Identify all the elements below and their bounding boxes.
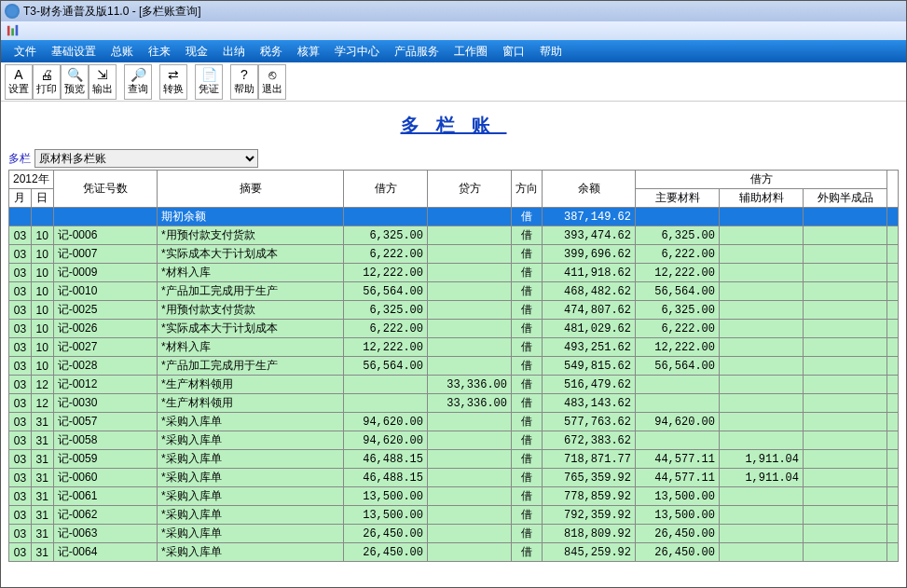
tool-转换[interactable]: ⇄转换 xyxy=(159,64,187,100)
menu-现金[interactable]: 现金 xyxy=(180,42,213,62)
cell xyxy=(428,543,512,562)
cell: 26,450.00 xyxy=(636,525,720,543)
cell xyxy=(887,357,899,376)
cell: 借 xyxy=(512,394,543,413)
tool-退出[interactable]: ⎋退出 xyxy=(258,64,286,100)
table-row[interactable]: 0331记-0057*采购入库单94,620.00借577,763.6294,6… xyxy=(9,413,899,431)
grid-body: 期初余额借387,149.620310记-0006*用预付款支付货款6,325.… xyxy=(9,208,899,562)
col-dir: 方向 xyxy=(512,171,543,208)
table-row[interactable]: 0331记-0064*采购入库单26,450.00借845,259.9226,4… xyxy=(9,543,899,562)
cell xyxy=(804,543,887,562)
cell xyxy=(636,394,720,413)
table-row[interactable]: 0310记-0028*产品加工完成用于生产56,564.00借549,815.6… xyxy=(9,357,899,376)
menu-往来[interactable]: 往来 xyxy=(143,42,176,62)
menu-税务[interactable]: 税务 xyxy=(254,42,288,62)
opening-row[interactable]: 期初余额借387,149.62 xyxy=(9,208,899,226)
cell: 03 xyxy=(9,506,32,525)
menu-出纳[interactable]: 出纳 xyxy=(217,42,251,62)
col-credit: 贷方 xyxy=(428,171,512,208)
menu-产品服务[interactable]: 产品服务 xyxy=(389,42,445,62)
cell xyxy=(887,226,899,245)
cell: 56,564.00 xyxy=(636,282,720,301)
cell xyxy=(887,245,899,264)
table-row[interactable]: 0310记-0025*用预付款支付货款6,325.00借474,807.626,… xyxy=(9,301,899,320)
ledger-select[interactable]: 原材料多栏账 xyxy=(34,149,258,168)
col-voucher: 凭证号数 xyxy=(53,171,157,208)
table-row[interactable]: 0310记-0007*实际成本大于计划成本6,222.00借399,696.62… xyxy=(9,245,899,264)
cell xyxy=(804,264,887,282)
cell xyxy=(428,320,512,338)
cell xyxy=(887,320,899,338)
menu-学习中心[interactable]: 学习中心 xyxy=(329,42,385,62)
tool-查询[interactable]: 🔎查询 xyxy=(124,64,152,100)
tool-label: 帮助 xyxy=(234,82,254,96)
tool-打印[interactable]: 🖨打印 xyxy=(33,64,61,100)
col-balance: 余额 xyxy=(543,171,636,208)
cell: *材料入库 xyxy=(158,338,344,357)
cell: 411,918.62 xyxy=(543,264,636,282)
cell xyxy=(31,208,53,226)
menu-窗口[interactable]: 窗口 xyxy=(497,42,530,62)
tool-icon: 📄 xyxy=(201,67,217,82)
brand-icon xyxy=(7,24,20,37)
cell xyxy=(804,357,887,376)
cell xyxy=(720,245,804,264)
cell: 03 xyxy=(9,338,32,357)
menu-核算[interactable]: 核算 xyxy=(292,42,325,62)
cell: 94,620.00 xyxy=(344,413,428,431)
cell xyxy=(428,245,512,264)
table-row[interactable]: 0331记-0061*采购入库单13,500.00借778,859.9213,5… xyxy=(9,487,899,506)
tool-凭证[interactable]: 📄凭证 xyxy=(195,64,223,100)
menu-基础设置[interactable]: 基础设置 xyxy=(46,42,102,62)
cell: 借 xyxy=(512,376,543,394)
cell: *生产材料领用 xyxy=(158,376,344,394)
table-row[interactable]: 0331记-0058*采购入库单94,620.00借672,383.62 xyxy=(9,431,899,450)
cell: 记-0062 xyxy=(53,506,157,525)
menu-工作圈[interactable]: 工作圈 xyxy=(448,42,493,62)
cell: 03 xyxy=(9,376,32,394)
table-row[interactable]: 0331记-0062*采购入库单13,500.00借792,359.9213,5… xyxy=(9,506,899,525)
table-row[interactable]: 0310记-0006*用预付款支付货款6,325.00借393,474.626,… xyxy=(9,226,899,245)
table-row[interactable]: 0331记-0060*采购入库单46,488.15借765,359.9244,5… xyxy=(9,469,899,487)
menu-文件[interactable]: 文件 xyxy=(8,42,42,62)
table-row[interactable]: 0312记-0030*生产材料领用33,336.00借483,143.62 xyxy=(9,394,899,413)
table-row[interactable]: 0310记-0026*实际成本大于计划成本6,222.00借481,029.62… xyxy=(9,320,899,338)
table-row[interactable]: 0331记-0063*采购入库单26,450.00借818,809.9226,4… xyxy=(9,525,899,543)
cell xyxy=(428,525,512,543)
cell: 31 xyxy=(31,487,53,506)
tool-输出[interactable]: ⇲输出 xyxy=(89,64,117,100)
cell: 记-0059 xyxy=(53,450,157,469)
cell: 借 xyxy=(512,525,543,543)
cell: 03 xyxy=(9,282,32,301)
table-row[interactable]: 0310记-0009*材料入库12,222.00借411,918.6212,22… xyxy=(9,264,899,282)
table-row[interactable]: 0331记-0059*采购入库单46,488.15借718,871.7744,5… xyxy=(9,450,899,469)
menu-总账[interactable]: 总账 xyxy=(105,42,139,62)
tool-预览[interactable]: 🔍预览 xyxy=(61,64,89,100)
tool-icon: ⇄ xyxy=(168,67,179,82)
tool-帮助[interactable]: ?帮助 xyxy=(230,64,258,100)
cell: 393,474.62 xyxy=(543,226,636,245)
cell: 03 xyxy=(9,301,32,320)
tool-icon: 🖨 xyxy=(40,67,53,82)
cell xyxy=(428,208,512,226)
filter-label: 多栏 xyxy=(8,151,31,167)
cell xyxy=(720,264,804,282)
cell: 44,577.11 xyxy=(636,450,720,469)
menu-帮助[interactable]: 帮助 xyxy=(534,42,568,62)
cell: *采购入库单 xyxy=(158,525,344,543)
cell xyxy=(428,301,512,320)
cell: *采购入库单 xyxy=(158,487,344,506)
cell: *采购入库单 xyxy=(158,506,344,525)
table-row[interactable]: 0312记-0012*生产材料领用33,336.00借516,479.62 xyxy=(9,376,899,394)
table-row[interactable]: 0310记-0027*材料入库12,222.00借493,251.6212,22… xyxy=(9,338,899,357)
cell xyxy=(720,487,804,506)
cell: 03 xyxy=(9,469,32,487)
cell: 6,325.00 xyxy=(636,226,720,245)
table-row[interactable]: 0310记-0010*产品加工完成用于生产56,564.00借468,482.6… xyxy=(9,282,899,301)
cell xyxy=(887,450,899,469)
cell: 记-0057 xyxy=(53,413,157,431)
cell: 13,500.00 xyxy=(636,506,720,525)
cell: 03 xyxy=(9,450,32,469)
tool-设置[interactable]: A设置 xyxy=(5,64,33,100)
cell: *产品加工完成用于生产 xyxy=(158,282,344,301)
